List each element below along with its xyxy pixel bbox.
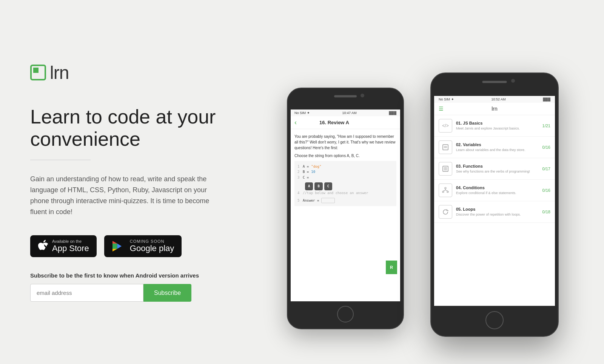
google-play-button[interactable]: COMING SOON Google play	[104, 235, 182, 257]
code-line-1: 1 A = "dog"	[297, 164, 393, 169]
phone-back-content: You are probably saying, "How am I suppo…	[291, 129, 400, 211]
course-desc-2: Learn about variables and the data they …	[456, 148, 539, 153]
phone-back-screen: No SIM ✦ 10:47 AM ▓▓▓ ‹ 16. Review A You…	[291, 110, 400, 301]
course-name-3: 03. Functions	[456, 164, 539, 168]
logo: lrn	[30, 62, 264, 83]
time-front: 10:52 AM	[491, 97, 505, 101]
code-line-2: 2 B = 10	[297, 169, 393, 174]
divider	[30, 160, 91, 160]
phone-front-speaker	[482, 81, 507, 83]
phone-front-home-button[interactable]	[485, 311, 504, 329]
course-icon-1: </>	[439, 119, 452, 133]
course-icon-5	[439, 205, 452, 219]
battery-front: ▓▓▓	[543, 97, 550, 101]
svg-line-16	[445, 190, 448, 191]
page-wrapper: lrn Learn to code at your convenience Ga…	[0, 0, 604, 364]
carrier-front: No SIM ✦	[439, 97, 454, 101]
course-progress-2: 0/16	[542, 145, 550, 150]
course-icon-2	[439, 140, 452, 154]
answer-box[interactable]	[321, 198, 335, 203]
code-line-4: 4 //tap below and choose an answer	[297, 190, 393, 196]
phone-front-header: ☰ lrn	[434, 103, 555, 115]
course-desc-4: Explore conditional if & else statements…	[456, 191, 539, 196]
right-panel: No SIM ✦ 10:47 AM ▓▓▓ ‹ 16. Review A You…	[264, 27, 574, 337]
answer-row: 5 Answer =	[297, 198, 393, 203]
phone-back-camera	[361, 94, 364, 97]
course-progress-3: 0/17	[542, 167, 550, 171]
app-store-main-label: App Store	[52, 244, 89, 253]
course-name-5: 05. Loops	[456, 207, 539, 211]
course-item-3[interactable]: 03. Functions See why functions are the …	[434, 158, 555, 180]
course-info-4: 04. Conditions Explore conditional if & …	[456, 185, 539, 196]
phone-front-screen: No SIM ✦ 10:52 AM ▓▓▓ ☰ lrn </> 01. JS B…	[434, 96, 555, 306]
time-back: 10:47 AM	[342, 111, 356, 115]
apple-icon	[38, 240, 48, 253]
app-store-text: Available on the App Store	[52, 239, 89, 253]
phone-back-statusbar: No SIM ✦ 10:47 AM ▓▓▓	[291, 110, 400, 116]
next-button-back[interactable]: R	[386, 261, 397, 274]
course-item-2[interactable]: 02. Variables Learn about variables and …	[434, 137, 555, 158]
review-text: You are probably saying, "How am I suppo…	[294, 134, 396, 151]
description: Gain an understanding of how to read, wr…	[30, 174, 226, 217]
code-block: 1 A = "dog" 2 B = 10 3 C = A	[294, 161, 396, 206]
svg-rect-4	[443, 145, 448, 150]
google-play-top-label: COMING SOON	[130, 239, 174, 244]
course-name-2: 02. Variables	[456, 142, 539, 147]
option-a-btn[interactable]: A	[305, 182, 313, 190]
course-name-1: 01. JS Basics	[456, 121, 539, 125]
question-text: Choose the string from options A, B, C.	[294, 153, 396, 159]
code-line-3: 3 C =	[297, 175, 393, 180]
course-desc-3: See why functions are the verbs of progr…	[456, 169, 539, 174]
phone-front-camera	[511, 79, 515, 83]
course-item-5[interactable]: 05. Loops Discover the power of repetiti…	[434, 201, 555, 223]
course-info-1: 01. JS Basics Meet Jarvis and explore Ja…	[456, 121, 539, 131]
course-desc-1: Meet Jarvis and explore Javascript basic…	[456, 126, 539, 131]
app-store-button[interactable]: Available on the App Store	[30, 235, 97, 257]
headline: Learn to code at your convenience	[30, 106, 264, 151]
logo-text: lrn	[50, 62, 69, 83]
course-info-5: 05. Loops Discover the power of repetiti…	[456, 207, 539, 217]
left-panel: lrn Learn to code at your convenience Ga…	[30, 40, 264, 325]
svg-rect-1	[33, 68, 39, 73]
phone-back-home-button[interactable]	[337, 306, 354, 322]
phone-back-speaker	[334, 95, 357, 97]
option-b-btn[interactable]: B	[314, 182, 322, 190]
course-progress-1: 1/21	[542, 123, 550, 128]
back-arrow-icon[interactable]: ‹	[294, 119, 297, 126]
google-play-main-label: Google play	[130, 244, 174, 253]
svg-point-13	[447, 191, 448, 193]
phone-front: No SIM ✦ 10:52 AM ▓▓▓ ☰ lrn </> 01. JS B…	[430, 72, 559, 337]
svg-point-11	[445, 187, 446, 189]
course-list: </> 01. JS Basics Meet Jarvis and explor…	[434, 115, 555, 223]
subscribe-label: Subscribe to be the first to know when A…	[30, 272, 264, 279]
abc-buttons: A B C	[305, 182, 393, 190]
course-icon-4	[439, 184, 452, 197]
course-progress-4: 0/16	[542, 188, 550, 193]
option-c-btn[interactable]: C	[324, 182, 332, 190]
course-progress-5: 0/18	[542, 210, 550, 214]
subscribe-button[interactable]: Subscribe	[143, 284, 191, 302]
phone-back-title: 16. Review A	[319, 120, 349, 125]
google-play-text: COMING SOON Google play	[130, 239, 174, 253]
subscribe-form: Subscribe	[30, 284, 264, 302]
course-info-3: 03. Functions See why functions are the …	[456, 164, 539, 174]
course-info-2: 02. Variables Learn about variables and …	[456, 142, 539, 153]
hamburger-icon[interactable]: ☰	[439, 106, 444, 112]
course-item-1[interactable]: </> 01. JS Basics Meet Jarvis and explor…	[434, 115, 555, 137]
course-desc-5: Discover the power of repetition with lo…	[456, 212, 539, 217]
phone-front-title: lrn	[492, 106, 498, 112]
course-item-4[interactable]: 04. Conditions Explore conditional if & …	[434, 180, 555, 201]
course-icon-3	[439, 162, 452, 176]
battery-back: ▓▓▓	[389, 111, 396, 115]
google-play-icon	[112, 240, 122, 252]
course-name-4: 04. Conditions	[456, 185, 539, 190]
phone-back: No SIM ✦ 10:47 AM ▓▓▓ ‹ 16. Review A You…	[287, 88, 404, 329]
email-input[interactable]	[30, 284, 143, 302]
logo-icon	[30, 65, 46, 80]
phone-back-header: ‹ 16. Review A	[291, 116, 400, 129]
app-store-top-label: Available on the	[52, 239, 89, 244]
svg-line-15	[443, 190, 445, 191]
phone-front-statusbar: No SIM ✦ 10:52 AM ▓▓▓	[434, 96, 555, 103]
svg-point-12	[442, 191, 444, 193]
carrier-back: No SIM ✦	[294, 111, 310, 115]
